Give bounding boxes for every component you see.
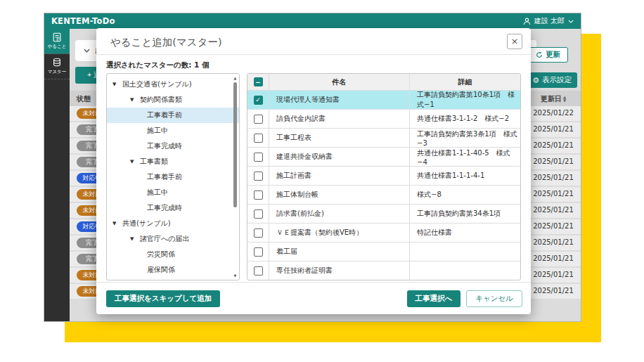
- tree-item[interactable]: ▼ 国土交通省(サンプル): [107, 77, 239, 92]
- user-menu[interactable]: 建設 太郎: [523, 16, 574, 26]
- to-project-select-button[interactable]: 工事選択へ: [407, 290, 461, 307]
- user-name: 建設 太郎: [534, 16, 565, 26]
- tree-item-label: 契約関係書類: [140, 95, 182, 105]
- modal-footer: 工事選択をスキップして追加 工事選択へ キャンセル: [96, 282, 531, 314]
- updated-date: 2025/01/21: [530, 287, 577, 295]
- tree-item[interactable]: ▼ 工事書類: [107, 154, 239, 169]
- tree-item[interactable]: ▼ 共通(サンプル): [107, 216, 239, 231]
- tree-item[interactable]: 工事着手前: [107, 108, 239, 123]
- row-checkbox[interactable]: [254, 228, 263, 238]
- close-icon[interactable]: ×: [507, 34, 522, 49]
- display-settings-button[interactable]: ⚙ 表示設定: [527, 72, 577, 88]
- tree-item-label: 施工中: [147, 188, 168, 198]
- tree-item[interactable]: 工事完成時: [107, 138, 239, 154]
- scrollbar-thumb[interactable]: [233, 82, 237, 207]
- document-detail: 工事請負契約書第10条1項 様式−1: [409, 91, 520, 109]
- tree-item[interactable]: 労災関係: [107, 247, 239, 262]
- select-all-checkbox[interactable]: −: [254, 77, 263, 86]
- document-row[interactable]: 建退共掛金収納書 共通仕様書1-1-1-40-5 様式−4: [247, 148, 520, 167]
- tree-expand-icon[interactable]: ▼: [130, 159, 140, 164]
- document-row[interactable]: 請求書(前払金) 工事請負契約書第34条1項: [247, 205, 520, 224]
- user-icon: [523, 18, 531, 25]
- row-checkbox[interactable]: [254, 209, 263, 219]
- tree-item-label: 雇保関係: [147, 265, 175, 275]
- document-detail: 特記仕様書: [409, 224, 520, 242]
- document-detail: 共通仕様書1-1-1-4-1: [409, 167, 520, 185]
- row-checkbox[interactable]: [254, 134, 263, 143]
- skip-and-add-button[interactable]: 工事選択をスキップして追加: [106, 290, 220, 307]
- document-subject: 工事工程表: [269, 129, 409, 147]
- row-checkbox[interactable]: [254, 153, 263, 162]
- modal-add-todo-master: やること追加(マスター) × 選択されたマスターの数: 1 個 ▼ 国土交通省(…: [96, 28, 531, 314]
- settings-label: 表示設定: [542, 75, 572, 85]
- sidebar-item-master[interactable]: マスター: [44, 54, 70, 79]
- document-row[interactable]: ✓ 現場代理人等通知書 工事請負契約書第10条1項 様式−1: [247, 91, 520, 110]
- updated-date: 2025/01/21: [530, 141, 577, 149]
- documents-table-header: − 件名 詳細: [247, 74, 520, 91]
- row-checkbox[interactable]: [254, 172, 263, 181]
- tree-expand-icon[interactable]: ▼: [130, 97, 140, 103]
- sort-icon: ▲▼: [563, 96, 566, 103]
- chevron-down-icon: [84, 49, 90, 53]
- modal-header: やること追加(マスター) ×: [96, 28, 531, 55]
- tree-item[interactable]: 雇保関係: [107, 262, 239, 278]
- tree-expand-icon[interactable]: ▼: [112, 221, 122, 226]
- sidebar-item-todo[interactable]: やること: [44, 29, 70, 54]
- document-row[interactable]: 着工届: [247, 243, 520, 261]
- tree-item[interactable]: ▼ 契約関係書類: [107, 92, 239, 108]
- tree-item[interactable]: ▼ 諸官庁への届出: [107, 231, 239, 247]
- tree-expand-icon[interactable]: ▼: [130, 236, 140, 242]
- updated-date: 2025/01/21: [530, 271, 577, 278]
- row-checkbox[interactable]: [254, 266, 263, 276]
- document-row[interactable]: 専任技術者証明書: [247, 261, 520, 280]
- tree-item-label: 工事書類: [140, 157, 168, 167]
- row-checkbox[interactable]: ✓: [254, 96, 263, 105]
- date-column-header[interactable]: 更新日▲▼: [530, 94, 577, 104]
- tree-item[interactable]: 工事着手前: [107, 169, 239, 185]
- row-checkbox[interactable]: [254, 115, 263, 124]
- document-row[interactable]: 施工体制台帳 様式−8: [247, 186, 520, 205]
- scroll-down-icon[interactable]: ▼: [232, 273, 238, 278]
- tree-item-label: 施工中: [147, 126, 168, 136]
- updated-date: 2025/01/21: [530, 174, 577, 181]
- tree-scrollbar[interactable]: ▲ ▼: [232, 76, 238, 278]
- tree-item[interactable]: 施工中: [107, 185, 239, 200]
- desktop: KENTEM-ToDo 建設 太郎 やること マスター 絞り込み + 追加: [0, 0, 644, 362]
- document-subject: 専任技術者証明書: [269, 261, 409, 280]
- master-tree-panel: ▼ 国土交通省(サンプル) ▼ 契約関係書類 工事着手前: [106, 73, 240, 280]
- tree-item[interactable]: 工事完成時: [107, 200, 239, 216]
- modal-body: 選択されたマスターの数: 1 個 ▼ 国土交通省(サンプル) ▼ 契約関係書類: [106, 55, 521, 282]
- updated-date: 2025/01/21: [530, 190, 577, 198]
- document-detail: 工事請負契約書第3条1項 様式−3: [409, 129, 520, 147]
- document-row[interactable]: 請負代金内訳書 共通仕様書3-1-1-2 様式−2: [247, 110, 520, 129]
- row-checkbox[interactable]: [254, 190, 263, 200]
- document-row[interactable]: ＶＥ提案書（契約後VE時） 特記仕様書: [247, 224, 520, 243]
- document-row[interactable]: 施工計画書 共通仕様書1-1-1-4-1: [247, 167, 520, 186]
- gear-icon: ⚙: [532, 77, 539, 84]
- refresh-icon: [536, 51, 543, 58]
- document-subject: ＶＥ提案書（契約後VE時）: [269, 224, 409, 242]
- tree-item-label: 工事完成時: [147, 203, 182, 213]
- tree-item-label: 工事完成時: [147, 141, 182, 151]
- refresh-label: 更新: [546, 50, 560, 60]
- document-detail: 工事請負契約書第34条1項: [409, 205, 520, 223]
- row-checkbox[interactable]: [254, 247, 263, 257]
- refresh-button[interactable]: 更新: [528, 47, 568, 63]
- document-subject: 請負代金内訳書: [269, 110, 409, 128]
- document-subject: 現場代理人等通知書: [269, 91, 409, 109]
- app-header: KENTEM-ToDo 建設 太郎: [44, 13, 581, 29]
- tree-item[interactable]: 施工中: [107, 123, 239, 138]
- document-detail: 共通仕様書3-1-1-2 様式−2: [409, 110, 520, 128]
- tree-item-label: 諸官庁への届出: [140, 234, 189, 244]
- scroll-up-icon[interactable]: ▲: [232, 76, 238, 80]
- document-subject: 施工体制台帳: [269, 186, 409, 204]
- document-detail: 様式−8: [409, 186, 520, 204]
- document-row[interactable]: 工事工程表 工事請負契約書第3条1項 様式−3: [247, 129, 520, 148]
- updated-date: 2025/01/21: [530, 157, 577, 165]
- document-subject: 着工届: [269, 243, 409, 261]
- document-detail: 共通仕様書1-1-1-40-5 様式−4: [409, 148, 520, 166]
- tree-item-label: 共通(サンプル): [122, 219, 171, 228]
- tree-expand-icon[interactable]: ▼: [112, 82, 122, 87]
- tree-item-label: 工事着手前: [147, 172, 182, 182]
- cancel-button[interactable]: キャンセル: [466, 290, 522, 307]
